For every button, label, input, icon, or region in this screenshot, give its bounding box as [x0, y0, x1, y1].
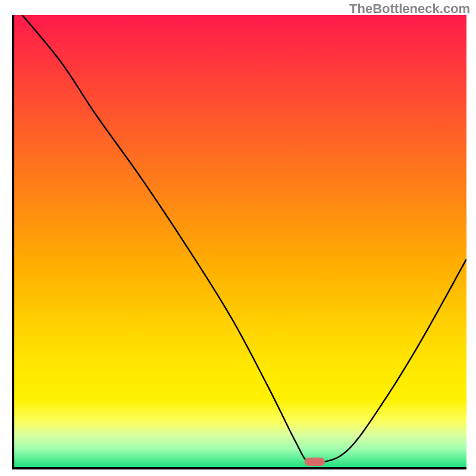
watermark-text: TheBottleneck.com [349, 1, 470, 17]
chart-curve-line [14, 15, 466, 465]
chart-container: TheBottleneck.com [0, 0, 476, 476]
chart-curve-svg [14, 15, 466, 467]
chart-plot-area [12, 15, 466, 469]
chart-minimum-marker [305, 458, 325, 466]
